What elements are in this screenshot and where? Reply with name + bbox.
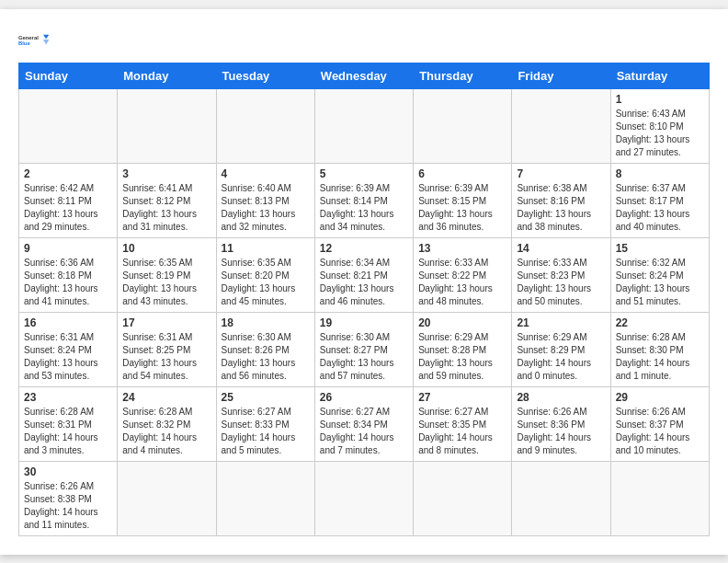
calendar-cell: 27Sunrise: 6:27 AMSunset: 8:35 PMDayligh… [414,386,512,461]
calendar-cell: 7Sunrise: 6:38 AMSunset: 8:16 PMDaylight… [512,163,610,237]
calendar-cell [118,88,216,163]
week-row-0: 1Sunrise: 6:43 AMSunset: 8:10 PMDaylight… [19,88,710,163]
day-info: Sunrise: 6:26 AMSunset: 8:37 PMDaylight:… [616,406,704,457]
day-number: 24 [122,391,210,404]
day-info: Sunrise: 6:43 AMSunset: 8:10 PMDaylight:… [616,108,704,159]
logo-icon: GeneralBlue [18,28,51,53]
day-info: Sunrise: 6:27 AMSunset: 8:35 PMDaylight:… [418,406,506,457]
day-number: 8 [616,167,704,180]
calendar-cell: 10Sunrise: 6:35 AMSunset: 8:19 PMDayligh… [118,237,216,312]
calendar-cell [512,461,610,535]
day-number: 7 [517,167,605,180]
calendar-cell [512,88,610,163]
calendar-cell: 1Sunrise: 6:43 AMSunset: 8:10 PMDaylight… [610,88,709,163]
day-number: 6 [418,167,506,180]
calendar-cell: 9Sunrise: 6:36 AMSunset: 8:18 PMDaylight… [19,237,118,312]
week-row-1: 2Sunrise: 6:42 AMSunset: 8:11 PMDaylight… [19,163,710,237]
svg-text:General: General [18,35,39,40]
svg-text:Blue: Blue [18,40,30,46]
svg-marker-2 [43,34,49,39]
calendar-cell [414,461,512,535]
day-info: Sunrise: 6:35 AMSunset: 8:19 PMDaylight:… [122,257,210,308]
calendar-cell: 28Sunrise: 6:26 AMSunset: 8:36 PMDayligh… [512,386,610,461]
calendar-container: GeneralBlue SundayMondayTuesdayWednesday… [0,9,728,555]
svg-marker-3 [43,40,49,44]
day-info: Sunrise: 6:28 AMSunset: 8:31 PMDaylight:… [24,406,112,457]
calendar-cell: 2Sunrise: 6:42 AMSunset: 8:11 PMDaylight… [19,163,118,237]
day-info: Sunrise: 6:39 AMSunset: 8:14 PMDaylight:… [320,182,408,234]
day-number: 14 [517,242,605,255]
day-info: Sunrise: 6:26 AMSunset: 8:38 PMDaylight:… [24,480,112,532]
calendar-cell: 26Sunrise: 6:27 AMSunset: 8:34 PMDayligh… [314,386,413,461]
calendar-cell: 8Sunrise: 6:37 AMSunset: 8:17 PMDaylight… [610,163,709,237]
calendar-cell [314,461,413,535]
calendar-cell: 17Sunrise: 6:31 AMSunset: 8:25 PMDayligh… [118,312,216,386]
day-number: 4 [222,167,310,180]
calendar-cell: 12Sunrise: 6:34 AMSunset: 8:21 PMDayligh… [314,237,413,312]
day-number: 12 [320,242,408,255]
day-number: 23 [24,391,112,404]
day-number: 22 [616,316,704,329]
day-number: 26 [320,391,408,404]
day-info: Sunrise: 6:37 AMSunset: 8:17 PMDaylight:… [616,182,704,234]
day-number: 17 [122,316,210,329]
day-info: Sunrise: 6:28 AMSunset: 8:32 PMDaylight:… [122,406,210,457]
weekday-header-tuesday: Tuesday [216,63,314,88]
day-info: Sunrise: 6:36 AMSunset: 8:18 PMDaylight:… [24,257,112,308]
day-number: 10 [122,242,210,255]
day-info: Sunrise: 6:30 AMSunset: 8:26 PMDaylight:… [222,331,310,383]
weekday-header-row: SundayMondayTuesdayWednesdayThursdayFrid… [19,63,710,88]
calendar-cell: 3Sunrise: 6:41 AMSunset: 8:12 PMDaylight… [118,163,216,237]
day-number: 9 [24,242,112,255]
day-number: 1 [616,93,704,106]
weekday-header-friday: Friday [512,63,610,88]
day-info: Sunrise: 6:31 AMSunset: 8:24 PMDaylight:… [24,331,112,383]
calendar-cell [414,88,512,163]
day-info: Sunrise: 6:29 AMSunset: 8:28 PMDaylight:… [418,331,506,383]
calendar-cell: 11Sunrise: 6:35 AMSunset: 8:20 PMDayligh… [216,237,314,312]
calendar-cell: 21Sunrise: 6:29 AMSunset: 8:29 PMDayligh… [512,312,610,386]
day-number: 27 [418,391,506,404]
calendar-cell: 15Sunrise: 6:32 AMSunset: 8:24 PMDayligh… [610,237,709,312]
day-info: Sunrise: 6:30 AMSunset: 8:27 PMDaylight:… [320,331,408,383]
day-number: 30 [24,465,112,478]
day-info: Sunrise: 6:32 AMSunset: 8:24 PMDaylight:… [616,257,704,308]
calendar-cell: 20Sunrise: 6:29 AMSunset: 8:28 PMDayligh… [414,312,512,386]
day-number: 20 [418,316,506,329]
day-info: Sunrise: 6:33 AMSunset: 8:22 PMDaylight:… [418,257,506,308]
day-info: Sunrise: 6:41 AMSunset: 8:12 PMDaylight:… [122,182,210,234]
day-info: Sunrise: 6:40 AMSunset: 8:13 PMDaylight:… [222,182,310,234]
day-number: 25 [222,391,310,404]
weekday-header-sunday: Sunday [19,63,118,88]
day-info: Sunrise: 6:29 AMSunset: 8:29 PMDaylight:… [517,331,605,383]
logo: GeneralBlue [18,28,51,53]
calendar-cell [610,461,709,535]
day-number: 13 [418,242,506,255]
calendar-cell: 29Sunrise: 6:26 AMSunset: 8:37 PMDayligh… [610,386,709,461]
calendar-cell [314,88,413,163]
day-number: 2 [24,167,112,180]
day-number: 11 [222,242,310,255]
day-number: 18 [222,316,310,329]
week-row-4: 23Sunrise: 6:28 AMSunset: 8:31 PMDayligh… [19,386,710,461]
calendar-cell [216,88,314,163]
calendar-cell: 19Sunrise: 6:30 AMSunset: 8:27 PMDayligh… [314,312,413,386]
day-info: Sunrise: 6:27 AMSunset: 8:33 PMDaylight:… [222,406,310,457]
day-info: Sunrise: 6:27 AMSunset: 8:34 PMDaylight:… [320,406,408,457]
calendar-cell: 30Sunrise: 6:26 AMSunset: 8:38 PMDayligh… [19,461,118,535]
day-info: Sunrise: 6:26 AMSunset: 8:36 PMDaylight:… [517,406,605,457]
calendar-table: SundayMondayTuesdayWednesdayThursdayFrid… [18,63,710,536]
calendar-cell: 13Sunrise: 6:33 AMSunset: 8:22 PMDayligh… [414,237,512,312]
day-info: Sunrise: 6:35 AMSunset: 8:20 PMDaylight:… [222,257,310,308]
day-number: 19 [320,316,408,329]
calendar-cell [19,88,118,163]
day-info: Sunrise: 6:28 AMSunset: 8:30 PMDaylight:… [616,331,704,383]
calendar-cell: 22Sunrise: 6:28 AMSunset: 8:30 PMDayligh… [610,312,709,386]
day-info: Sunrise: 6:31 AMSunset: 8:25 PMDaylight:… [122,331,210,383]
week-row-5: 30Sunrise: 6:26 AMSunset: 8:38 PMDayligh… [19,461,710,535]
weekday-header-thursday: Thursday [414,63,512,88]
day-info: Sunrise: 6:39 AMSunset: 8:15 PMDaylight:… [418,182,506,234]
calendar-cell: 24Sunrise: 6:28 AMSunset: 8:32 PMDayligh… [118,386,216,461]
calendar-cell: 18Sunrise: 6:30 AMSunset: 8:26 PMDayligh… [216,312,314,386]
day-info: Sunrise: 6:33 AMSunset: 8:23 PMDaylight:… [517,257,605,308]
